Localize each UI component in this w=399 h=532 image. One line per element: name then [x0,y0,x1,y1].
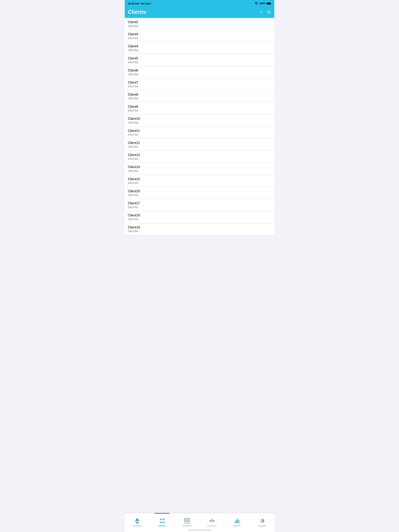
client-weight: 135.0 lbs [128,157,271,160]
client-weight: 135.0 lbs [128,182,271,184]
client-name: Client6 [128,69,271,72]
list-item[interactable]: Client6 135.0 lbs [125,66,274,78]
search-icon [266,10,271,14]
list-item[interactable]: Client16 135.0 lbs [125,187,274,199]
client-weight: 135.0 lbs [128,85,271,88]
svg-point-25 [211,519,212,520]
svg-rect-3 [267,3,270,4]
svg-rect-12 [162,520,162,521]
routines-icon [184,518,190,524]
tab-settings-label: Settings [258,525,266,527]
client-name: Client15 [128,177,271,181]
client-name: Client17 [128,201,271,205]
nav-actions: + [260,9,271,15]
tab-routines[interactable]: Routines [174,513,200,528]
client-weight: 135.0 lbs [128,97,271,100]
client-name: Client14 [128,165,271,169]
client-weight: 135.0 lbs [128,109,271,112]
workouts-icon [134,518,140,524]
client-weight: 135.0 lbs [128,133,271,136]
svg-rect-15 [188,518,189,519]
list-item[interactable]: Client8 135.0 lbs [125,90,274,102]
svg-rect-22 [210,520,211,522]
svg-rect-20 [209,520,210,521]
client-name: Client9 [128,105,271,109]
list-item[interactable]: Client3 135.0 lbs [125,30,274,42]
svg-point-4 [268,11,270,13]
list-item[interactable]: Client2 135.0 lbs [125,18,274,30]
client-name: Client13 [128,153,271,157]
svg-rect-17 [186,521,186,522]
client-name: Client12 [128,141,271,145]
tab-workouts-label: Workouts [133,525,142,527]
client-name: Client3 [128,32,271,36]
svg-point-6 [136,519,138,521]
svg-rect-29 [235,522,236,523]
list-item[interactable]: Client4 135.0 lbs [125,42,274,54]
svg-point-10 [160,519,162,520]
client-weight: 135.0 lbs [128,169,271,172]
svg-rect-2 [271,3,271,4]
client-name: Client5 [128,57,271,60]
search-button[interactable] [266,10,271,14]
list-item[interactable]: Client18 135.0 lbs [125,211,274,223]
status-bar: 12:00 AM Tue Jul 2 100% [125,0,274,7]
svg-rect-23 [213,520,214,522]
list-item[interactable]: Client7 135.0 lbs [125,78,274,90]
list-item[interactable]: Client14 135.0 lbs [125,163,274,175]
client-name: Client4 [128,44,271,48]
svg-point-33 [235,521,236,522]
status-time: 12:00 AM Tue Jul 2 [128,2,151,5]
client-name: Client11 [128,129,271,133]
home-indicator [125,529,274,532]
svg-point-34 [236,520,237,520]
list-item[interactable]: Client13 135.0 lbs [125,151,274,163]
client-name: Client10 [128,117,271,121]
list-item[interactable]: Client17 135.0 lbs [125,199,274,211]
client-weight: 135.0 lbs [128,230,271,233]
svg-rect-30 [236,520,237,523]
svg-point-37 [261,520,263,522]
list-item[interactable]: Client12 135.0 lbs [125,139,274,151]
tab-bar: Workouts Clients [125,513,274,529]
tab-exercises-label: Exercises [207,525,217,527]
client-weight: 135.0 lbs [128,145,271,148]
tab-reports[interactable]: Reports [225,513,249,528]
client-name: Client7 [128,81,271,84]
client-weight: 135.0 lbs [128,37,271,39]
svg-rect-21 [214,520,215,521]
list-item[interactable]: Client19 135.0 lbs [125,223,274,235]
client-weight: 135.0 lbs [128,25,271,27]
list-item[interactable]: Client5 135.0 lbs [125,54,274,66]
svg-rect-31 [237,520,238,523]
client-weight: 135.0 lbs [128,49,271,52]
svg-rect-19 [188,521,189,522]
tab-workouts[interactable]: Workouts [125,513,150,528]
home-bar [188,530,211,531]
svg-rect-9 [135,521,139,521]
svg-line-5 [270,13,271,14]
battery-icon [266,2,271,5]
client-list: Client2 135.0 lbs Client3 135.0 lbs Clie… [125,18,274,513]
svg-point-36 [238,520,239,521]
client-weight: 135.0 lbs [128,61,271,64]
tab-reports-label: Reports [233,525,241,527]
list-item[interactable]: Client11 135.0 lbs [125,127,274,139]
list-item[interactable]: Client10 135.0 lbs [125,114,274,127]
client-name: Client19 [128,226,271,229]
settings-icon [259,518,265,524]
tab-exercises[interactable]: Exercises [200,513,225,528]
add-button[interactable]: + [260,9,263,15]
client-weight: 135.0 lbs [128,121,271,124]
tab-settings[interactable]: Settings [249,513,274,528]
client-weight: 135.0 lbs [128,206,271,209]
list-item[interactable]: Client9 135.0 lbs [125,102,274,114]
tab-clients[interactable]: Clients [150,513,174,528]
client-weight: 135.0 lbs [128,194,271,196]
list-item[interactable]: Client15 135.0 lbs [125,175,274,187]
client-name: Client18 [128,213,271,217]
svg-point-0 [256,5,257,5]
status-icons: 100% [255,2,271,5]
battery-percent: 100% [259,2,265,5]
page-title: Clients [128,9,146,15]
